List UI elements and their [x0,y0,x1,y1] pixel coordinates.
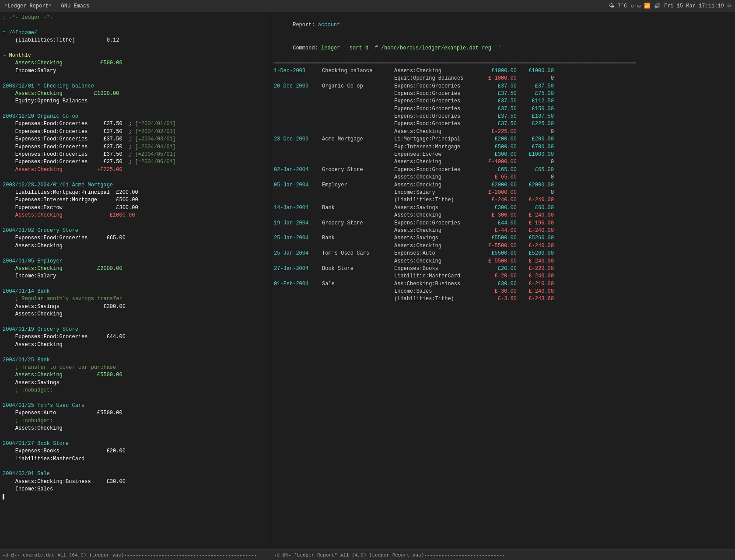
row-account: Assets:Checking [394,227,480,234]
row-payee: Tom's Used Cars [322,250,394,257]
row-date: 20-Dec-2003 [274,83,322,90]
temperature: 7°C [618,3,627,9]
tx-20040201-sales: Income:Sales [3,486,268,493]
report-row: Expens:Food:Groceries £37.50 £150.00 [274,105,732,113]
row-account: Income:Sales [394,288,480,295]
row-running: £-240.00 [517,258,554,265]
mail-icon[interactable]: ✉ [637,3,640,9]
tx-20040119: 2004/01/19 Grocery Store [3,326,268,333]
row-payee: Acme Mortgage [322,136,394,143]
row-running: £-240.00 [517,242,554,250]
row-running: £-196.00 [517,220,554,227]
row-date [274,98,322,105]
row-amount: £1000.00 [480,67,517,75]
left-pane[interactable]: ; -*- ledger -*- = /^Income/ (Liabilitie… [0,12,271,550]
report-row: 25-Jan-2004 Bank Assets:Savings £5500.00… [274,234,732,242]
row-account: Expens:Food:Groceries [394,105,480,113]
row-date: 02-Jan-2004 [274,166,322,174]
report-row: 14-Jan-2004 Bank Assets:Savings £300.00 … [274,204,732,212]
ledger-header-comment: ; -*- ledger -*- [3,14,268,21]
row-date [274,105,322,113]
row-running: £150.00 [517,105,554,113]
blank [3,280,268,288]
row-account: Assets:Savings [394,234,480,242]
row-account: Assets:Checking [394,242,480,250]
report-header-label: Report: account [274,14,732,37]
row-running: £-210.00 [517,280,554,288]
row-running: £37.50 [517,83,554,90]
row-date: 14-Jan-2004 [274,204,322,212]
row-running: £60.00 [517,204,554,212]
row-running: £-240.00 [517,288,554,295]
row-date [274,227,322,234]
row-payee: Employer [322,182,394,189]
row-date [274,288,322,295]
row-payee [322,288,394,295]
blank [3,318,268,326]
row-running: £200.00 [517,136,554,143]
report-row: Assets:Checking £-300.00 £-240.00 [274,212,732,219]
row-date: 05-Jan-2004 [274,182,322,189]
report-type: account [318,22,340,28]
network-icon[interactable]: 📶 [644,3,651,9]
row-date: 19-Jan-2004 [274,220,322,227]
row-amount: £-3.60 [480,295,517,303]
tx-20040125-savings: Assets:Savings [3,379,268,387]
blank [3,45,268,52]
row-date [274,90,322,98]
row-amount: £-5500.00 [480,258,517,265]
tx-20031220-g6: Expenses:Food:Groceries £37.50 ; [=2004/… [3,158,268,166]
row-amount: £-30.00 [480,288,517,295]
row-running: £65.00 [517,166,554,174]
refresh-icon[interactable]: ↻ [630,3,634,9]
tithe-entry: (Liabilities:Tithe) 0.12 [3,37,268,44]
row-amount: £5500.00 [480,250,517,257]
tx-20031220-g1: Expenses:Food:Groceries £37.50 ; [=2004/… [3,120,268,128]
row-account: Expens:Food:Groceries [394,83,480,90]
report-row: 20-Dec-2003 Organic Co-op Expens:Food:Gr… [274,83,732,90]
row-running: £-240.00 [517,212,554,219]
clock: Fri 15 Mar 17:11:19 [664,3,724,9]
row-account: Exp:Interest:Mortgage [394,144,480,151]
row-account: Assets:Checking [394,212,480,219]
row-date [274,75,322,82]
row-running: £1000.00 [517,151,554,158]
row-payee [322,128,394,136]
row-amount: £65.00 [480,166,517,174]
tx-20040119-checking: Assets:Checking [3,341,268,349]
row-account: Assets:Savings [394,204,480,212]
report-row: Expens:Food:Groceries £37.50 £75.00 [274,90,732,98]
row-amount: £30.00 [480,280,517,288]
row-payee [322,212,394,219]
row-date: 25-Jan-2004 [274,234,322,242]
report-row: Assets:Checking £-1000.00 0 [274,158,732,166]
row-amount: £-225.00 [480,128,517,136]
row-amount: £-1000.00 [480,75,517,82]
tx-20031201-checking: Assets:Checking £1000.00 [3,90,268,98]
row-running: 0 [517,128,554,136]
row-amount: £44.00 [480,220,517,227]
tx-20040201: 2004/02/01 Sale [3,470,268,478]
row-payee [322,158,394,166]
tx-20031220: 2003/12/20 Organic Co-op [3,113,268,120]
tx-20040127: 2004/01/27 Book Store [3,440,268,448]
volume-icon[interactable]: 🔊 [654,3,661,9]
report-label: Report: [293,22,318,28]
row-date [274,128,322,136]
tx-20040114-savings: Assets:Savings £300.00 [3,303,268,311]
row-date [274,174,322,181]
row-payee [322,174,394,181]
statusbar-right: -U:@%- *Ledger Report* All (4,0) (Ledger… [271,553,735,558]
row-amount: £37.50 [480,120,517,128]
report-row: Assets:Checking £-65.00 0 [274,174,732,181]
row-date [274,212,322,219]
tx-20040127-books: Expenses:Books £20.00 [3,448,268,455]
tx-20031228: 2003/12/28=2004/01/01 Acme Mortgage [3,182,268,189]
row-payee [322,144,394,151]
status-right-text: -U:@%- *Ledger Report* All (4,0) (Ledger… [274,553,505,558]
row-running: £-243.60 [517,295,554,303]
row-running: 0 [517,174,554,181]
tx-20040125-nobudget: ; :nobudget: [3,387,268,394]
settings-icon[interactable]: ⚙ [728,3,731,9]
row-date: 25-Jan-2004 [274,250,322,257]
